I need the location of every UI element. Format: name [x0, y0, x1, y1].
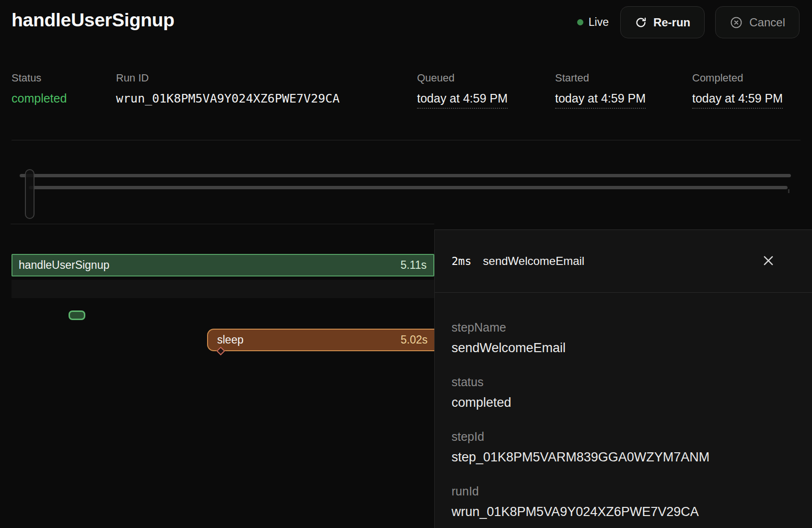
refresh-icon: [635, 16, 647, 29]
gantt-divider: [11, 224, 434, 224]
meta-started: Started today at 4:59 PM: [555, 72, 646, 109]
field-status-label: status: [452, 374, 795, 390]
close-panel-button[interactable]: [760, 253, 777, 269]
queued-time[interactable]: today at 4:59 PM: [417, 92, 508, 109]
minimap-brush-right-handle[interactable]: [788, 189, 789, 193]
gantt-bar-workflow-label: handleUserSignup: [19, 259, 109, 272]
minimap-span-sleep: [29, 186, 788, 189]
field-run-id: runId wrun_01K8PM5VA9Y024XZ6PWE7V29CA: [452, 483, 795, 520]
live-dot-icon: [577, 19, 583, 25]
started-time[interactable]: today at 4:59 PM: [555, 92, 646, 109]
meta-run-id-label: Run ID: [116, 72, 340, 84]
step-detail-header: 2ms sendWelcomeEmail: [435, 230, 812, 293]
meta-completed: Completed today at 4:59 PM: [692, 72, 783, 109]
workflow-run-page: handleUserSignup Live Re-run Cancel: [0, 0, 812, 528]
cancel-button[interactable]: Cancel: [715, 6, 800, 38]
cancel-label: Cancel: [749, 16, 785, 29]
gantt-bar-send-welcome-email[interactable]: [69, 310, 85, 320]
meta-started-label: Started: [555, 72, 646, 84]
gantt-bar-sleep-label: sleep: [217, 333, 244, 346]
minimap-brush-handle[interactable]: [25, 169, 35, 219]
gantt-bar-workflow[interactable]: handleUserSignup 5.11s: [12, 254, 434, 276]
gantt-bar-sleep[interactable]: sleep 5.02s: [207, 329, 434, 351]
field-status: status completed: [452, 374, 795, 411]
run-id-value: wrun_01K8PM5VA9Y024XZ6PWE7V29CA: [116, 92, 340, 105]
step-detail-panel: 2ms sendWelcomeEmail stepName sendWelcom…: [434, 230, 812, 528]
field-status-value: completed: [452, 394, 795, 411]
field-step-name-value: sendWelcomeEmail: [452, 340, 795, 356]
field-step-name-label: stepName: [452, 320, 795, 335]
step-duration: 2ms: [452, 255, 472, 267]
status-badge: completed: [12, 92, 67, 105]
live-indicator: Live: [577, 16, 609, 29]
gantt-bar-sleep-duration: 5.02s: [401, 333, 428, 346]
rerun-label: Re-run: [653, 16, 690, 29]
minimap-span-workflow: [20, 174, 791, 177]
meta-run-id: Run ID wrun_01K8PM5VA9Y024XZ6PWE7V29CA: [116, 72, 340, 105]
field-step-id: stepId step_01K8PM5VARM839GGA0WZYM7ANM: [452, 429, 795, 465]
section-divider: [12, 140, 800, 140]
completed-time[interactable]: today at 4:59 PM: [692, 92, 783, 109]
gantt-bar-workflow-duration: 5.11s: [400, 259, 427, 272]
field-run-id-label: runId: [452, 483, 795, 499]
step-title: sendWelcomeEmail: [483, 254, 585, 268]
meta-status: Status completed: [12, 72, 67, 105]
header-actions: Live Re-run Cancel: [577, 6, 800, 38]
step-detail-fields: stepName sendWelcomeEmail status complet…: [435, 293, 812, 520]
field-step-name: stepName sendWelcomeEmail: [452, 320, 795, 356]
rerun-button[interactable]: Re-run: [620, 6, 705, 38]
meta-queued: Queued today at 4:59 PM: [417, 72, 508, 109]
meta-completed-label: Completed: [692, 72, 783, 84]
field-run-id-value: wrun_01K8PM5VA9Y024XZ6PWE7V29CA: [452, 504, 795, 520]
page-title: handleUserSignup: [12, 10, 174, 31]
meta-queued-label: Queued: [417, 72, 508, 84]
field-step-id-label: stepId: [452, 429, 795, 444]
close-icon: [761, 262, 776, 269]
live-label: Live: [589, 16, 609, 29]
gantt-row-highlight: [12, 280, 434, 298]
x-circle-icon: [730, 16, 743, 29]
field-step-id-value: step_01K8PM5VARM839GGA0WZYM7ANM: [452, 449, 795, 465]
meta-status-label: Status: [12, 72, 67, 84]
